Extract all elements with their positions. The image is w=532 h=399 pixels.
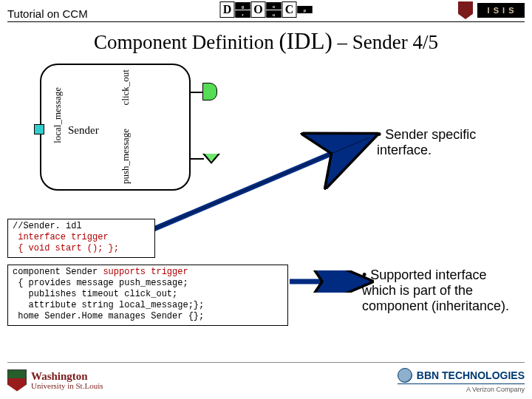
slide-header: Tutorial on CCM D g r O o u C p I S I S bbox=[7, 0, 525, 22]
bbn-sub: A Verizon Company bbox=[398, 383, 525, 393]
push-message-label: push_message bbox=[120, 129, 132, 184]
slide-footer: Washington University in St.Louis BBN TE… bbox=[7, 362, 525, 395]
logo-small-g: g bbox=[236, 2, 250, 10]
bbn-name: BBN TECHNOLOGIES bbox=[417, 369, 525, 381]
code2-line4: attribute string local_message;}; bbox=[13, 300, 204, 310]
bbn-logo: BBN TECHNOLOGIES A Verizon Company bbox=[398, 368, 525, 393]
code2-line5: home Sender.Home manages Sender {}; bbox=[13, 311, 204, 321]
title-idl: (IDL) bbox=[279, 28, 332, 54]
code2-line1b: supports trigger bbox=[103, 267, 188, 277]
code2-line1a: component Sender bbox=[13, 267, 103, 277]
slide-title: Component Definition (IDL) – Sender 4/5 bbox=[7, 28, 525, 55]
code2-line3: publishes timeout click_out; bbox=[13, 289, 177, 299]
code1-line3: { void start (); }; bbox=[13, 243, 119, 253]
push-message-port bbox=[205, 154, 218, 162]
logo-small-u: u bbox=[267, 10, 282, 18]
component-diagram: local_message click_out push_message Sen… bbox=[12, 62, 195, 195]
wustl-top: Washington bbox=[31, 371, 103, 382]
wustl-bottom: University in St.Louis bbox=[31, 382, 103, 390]
code2-line2: { provides message push_message; bbox=[13, 278, 188, 288]
bullet-supported-interface: • Supported interface which is part of t… bbox=[362, 267, 517, 314]
sender-label: Sender bbox=[68, 124, 99, 137]
bullet-sender-specific: • Sender specific interface. bbox=[377, 127, 517, 158]
wustl-shield-icon bbox=[7, 369, 27, 392]
click-out-port bbox=[202, 83, 217, 100]
local-message-port bbox=[34, 124, 44, 134]
logo-letter-o: O bbox=[251, 1, 266, 18]
wustl-text: Washington University in St.Louis bbox=[31, 371, 103, 390]
logo-small-p: p bbox=[298, 6, 313, 13]
logo-small-o: o bbox=[267, 2, 282, 10]
slide-content: local_message click_out push_message Sen… bbox=[7, 58, 525, 368]
click-out-label: click_out bbox=[120, 69, 132, 105]
right-logos: I S I S bbox=[458, 1, 525, 19]
isis-logo: I S I S bbox=[477, 3, 525, 18]
shield-icon bbox=[458, 1, 473, 19]
globe-icon bbox=[398, 368, 412, 383]
title-pre: Component Definition bbox=[94, 31, 279, 53]
code1-line1: //Sender. idl bbox=[13, 221, 82, 231]
title-post: – Sender 4/5 bbox=[332, 31, 438, 53]
logo-letter-d: D bbox=[220, 1, 235, 18]
logo-letter-c: C bbox=[282, 1, 297, 18]
code-sender-component: component Sender supports trigger { prov… bbox=[7, 265, 288, 326]
logo-small-r: r bbox=[236, 10, 250, 18]
code1-line2: interface trigger bbox=[13, 232, 109, 242]
wustl-logo: Washington University in St.Louis bbox=[7, 369, 103, 392]
local-message-label: local_message bbox=[52, 87, 64, 143]
header-title: Tutorial on CCM bbox=[7, 7, 88, 20]
code-sender-idl-trigger: //Sender. idl interface trigger { void s… bbox=[7, 219, 155, 258]
doc-group-logo: D g r O o u C p bbox=[220, 1, 313, 18]
